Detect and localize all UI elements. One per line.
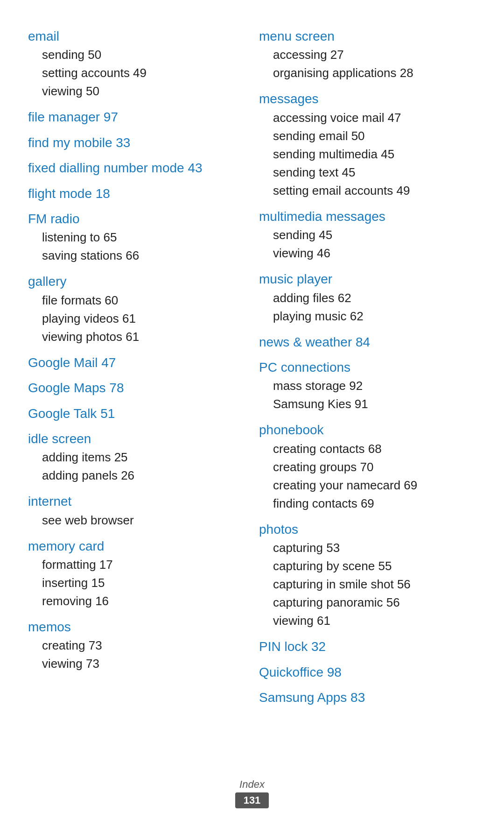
right-column: menu screenaccessing 27organising applic… (259, 28, 476, 714)
entry-title[interactable]: PIN lock 32 (259, 638, 476, 655)
sub-items: formatting 17inserting 15removing 16 (42, 556, 245, 610)
entry-title[interactable]: memos (28, 619, 245, 636)
sub-item[interactable]: playing videos 61 (42, 310, 245, 328)
index-entry: idle screenadding items 25adding panels … (28, 431, 245, 485)
index-entry: Google Maps 78 (28, 380, 245, 396)
sub-item[interactable]: adding items 25 (42, 448, 245, 467)
index-entry: galleryfile formats 60playing videos 61v… (28, 273, 245, 346)
sub-item[interactable]: adding files 62 (273, 289, 476, 307)
sub-item[interactable]: removing 16 (42, 592, 245, 610)
sub-item[interactable]: viewing 73 (42, 655, 245, 673)
entry-title[interactable]: FM radio (28, 211, 245, 227)
sub-items: adding items 25adding panels 26 (42, 448, 245, 485)
sub-item[interactable]: adding panels 26 (42, 467, 245, 485)
footer: Index 131 (0, 778, 504, 808)
entry-title[interactable]: Quickoffice 98 (259, 664, 476, 681)
sub-items: see web browser (42, 511, 245, 530)
entry-title[interactable]: PC connections (259, 359, 476, 376)
index-entry: Google Talk 51 (28, 405, 245, 422)
entry-title[interactable]: email (28, 28, 245, 45)
sub-item[interactable]: file formats 60 (42, 291, 245, 310)
sub-item[interactable]: creating your namecard 69 (273, 476, 476, 495)
entry-title[interactable]: Google Maps 78 (28, 380, 245, 396)
sub-item[interactable]: inserting 15 (42, 574, 245, 592)
sub-item[interactable]: accessing 27 (273, 46, 476, 64)
entry-title[interactable]: idle screen (28, 431, 245, 447)
index-entry: internetsee web browser (28, 493, 245, 529)
entry-title[interactable]: memory card (28, 538, 245, 555)
sub-item[interactable]: creating 73 (42, 636, 245, 655)
entry-title[interactable]: internet (28, 493, 245, 510)
sub-item[interactable]: capturing panoramic 56 (273, 594, 476, 612)
index-entry: PIN lock 32 (259, 638, 476, 655)
sub-item[interactable]: viewing 46 (273, 244, 476, 262)
sub-items: accessing voice mail 47sending email 50s… (273, 109, 476, 200)
entry-title[interactable]: Google Mail 47 (28, 354, 245, 371)
sub-item[interactable]: capturing 53 (273, 539, 476, 557)
sub-item[interactable]: creating groups 70 (273, 458, 476, 476)
entry-title[interactable]: news & weather 84 (259, 334, 476, 351)
sub-item[interactable]: sending 45 (273, 226, 476, 244)
sub-item[interactable]: sending multimedia 45 (273, 145, 476, 163)
sub-item[interactable]: viewing photos 61 (42, 328, 245, 346)
sub-item[interactable]: formatting 17 (42, 556, 245, 574)
sub-item[interactable]: see web browser (42, 511, 245, 530)
entry-title[interactable]: flight mode 18 (28, 185, 245, 202)
sub-item[interactable]: finding contacts 69 (273, 495, 476, 513)
footer-label: Index (0, 778, 504, 791)
index-entry: phonebookcreating contacts 68creating gr… (259, 422, 476, 512)
index-entry: file manager 97 (28, 109, 245, 126)
sub-item[interactable]: sending email 50 (273, 127, 476, 145)
sub-item[interactable]: setting email accounts 49 (273, 182, 476, 200)
entry-title[interactable]: fixed dialling number mode 43 (28, 160, 245, 177)
entry-title[interactable]: menu screen (259, 28, 476, 45)
sub-item[interactable]: capturing in smile shot 56 (273, 575, 476, 594)
entry-title[interactable]: messages (259, 91, 476, 107)
sub-item[interactable]: saving stations 66 (42, 247, 245, 265)
sub-item[interactable]: sending 50 (42, 46, 245, 64)
sub-item[interactable]: accessing voice mail 47 (273, 109, 476, 127)
index-entry: messagesaccessing voice mail 47sending e… (259, 91, 476, 199)
index-entry: multimedia messagessending 45viewing 46 (259, 208, 476, 262)
index-entry: Google Mail 47 (28, 354, 245, 371)
index-entry: PC connectionsmass storage 92Samsung Kie… (259, 359, 476, 413)
entry-title[interactable]: phonebook (259, 422, 476, 438)
sub-item[interactable]: setting accounts 49 (42, 64, 245, 82)
entry-title[interactable]: file manager 97 (28, 109, 245, 126)
sub-item[interactable]: mass storage 92 (273, 377, 476, 395)
sub-items: adding files 62playing music 62 (273, 289, 476, 325)
index-entry: music playeradding files 62playing music… (259, 271, 476, 325)
index-entry: menu screenaccessing 27organising applic… (259, 28, 476, 82)
index-entry: news & weather 84 (259, 334, 476, 351)
sub-item[interactable]: playing music 62 (273, 307, 476, 325)
entry-title[interactable]: gallery (28, 273, 245, 290)
sub-item[interactable]: Samsung Kies 91 (273, 395, 476, 413)
index-entry: photoscapturing 53capturing by scene 55c… (259, 521, 476, 630)
entry-title[interactable]: find my mobile 33 (28, 134, 245, 151)
index-entry: memory cardformatting 17inserting 15remo… (28, 538, 245, 610)
sub-item[interactable]: listening to 65 (42, 228, 245, 247)
index-entry: emailsending 50setting accounts 49viewin… (28, 28, 245, 100)
entry-title[interactable]: music player (259, 271, 476, 288)
entry-title[interactable]: photos (259, 521, 476, 538)
sub-items: creating 73viewing 73 (42, 636, 245, 673)
sub-item[interactable]: creating contacts 68 (273, 440, 476, 458)
sub-item[interactable]: viewing 61 (273, 612, 476, 630)
index-entry: flight mode 18 (28, 185, 245, 202)
entry-title[interactable]: Samsung Apps 83 (259, 689, 476, 706)
sub-items: creating contacts 68creating groups 70cr… (273, 440, 476, 513)
sub-items: mass storage 92Samsung Kies 91 (273, 377, 476, 413)
index-entry: Quickoffice 98 (259, 664, 476, 681)
entry-title[interactable]: multimedia messages (259, 208, 476, 225)
footer-page: 131 (235, 792, 269, 808)
sub-item[interactable]: viewing 50 (42, 82, 245, 100)
entry-title[interactable]: Google Talk 51 (28, 405, 245, 422)
sub-item[interactable]: capturing by scene 55 (273, 557, 476, 575)
sub-items: sending 50setting accounts 49viewing 50 (42, 46, 245, 100)
sub-items: listening to 65saving stations 66 (42, 228, 245, 265)
sub-items: capturing 53capturing by scene 55capturi… (273, 539, 476, 630)
sub-items: file formats 60playing videos 61viewing … (42, 291, 245, 346)
sub-item[interactable]: organising applications 28 (273, 64, 476, 82)
index-entry: Samsung Apps 83 (259, 689, 476, 706)
sub-item[interactable]: sending text 45 (273, 163, 476, 182)
